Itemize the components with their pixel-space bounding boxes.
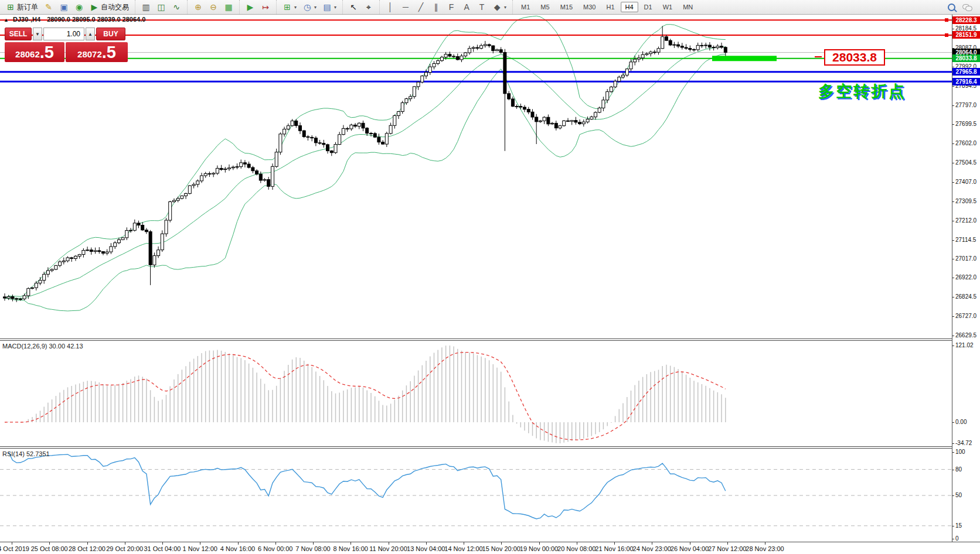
time-tick-mark <box>12 542 12 545</box>
price-level-box[interactable]: 28033.8 <box>824 49 885 66</box>
bar-chart-button[interactable]: ▥ <box>139 2 153 12</box>
volume-decrease-button[interactable]: ▼ <box>33 28 42 40</box>
chat-icon[interactable] <box>962 4 972 11</box>
time-tick-mark <box>464 542 464 545</box>
label-button[interactable]: T <box>475 2 489 12</box>
macd-indicator-label: MACD(12,26,9) 30.00 42.13 <box>2 343 83 350</box>
chart-window-button[interactable]: ▣ <box>57 2 71 12</box>
time-axis[interactable]: 24 Oct 201925 Oct 08:0028 Oct 12:0029 Oc… <box>0 542 980 554</box>
templates-button[interactable]: ▤▾ <box>320 2 339 12</box>
timeframe-m1[interactable]: M1 <box>516 2 535 12</box>
time-tick-mark <box>351 542 351 545</box>
time-tick-mark <box>501 542 502 545</box>
new-order-icon: ⊞ <box>6 3 15 11</box>
time-tick-label: 19 Nov 00:00 <box>520 545 558 552</box>
time-tick-mark <box>238 542 239 545</box>
time-tick-label: 24 Oct 2019 <box>0 545 29 552</box>
volume-increase-button[interactable]: ▲ <box>86 28 95 40</box>
price-tick-label: 27504.5 <box>955 159 976 166</box>
new-order-button[interactable]: ⊞新订单 <box>4 2 40 13</box>
turning-point-annotation[interactable]: 多空转折点 <box>818 81 906 102</box>
buy-button[interactable]: BUY <box>96 28 125 40</box>
price-level-chip: 28033.8 <box>952 54 980 62</box>
channel-button[interactable]: ∥ <box>429 2 443 12</box>
text-button[interactable]: A <box>460 2 474 12</box>
signal-icon: ◉ <box>74 3 84 11</box>
vline-icon: │ <box>386 3 395 11</box>
periods-icon: ◷ <box>302 3 312 11</box>
timeframe-h4[interactable]: H4 <box>621 2 638 12</box>
tile-windows-button[interactable]: ▦ <box>222 2 236 12</box>
buy-price-fraction: .5 <box>102 44 116 61</box>
vline-button[interactable]: │ <box>383 2 397 12</box>
auto-scroll-icon: ▶ <box>246 3 255 11</box>
highlighter-button[interactable]: ✎ <box>42 2 56 12</box>
price-level-chip: 28228.3 <box>952 16 980 24</box>
buy-price[interactable]: 28072 .5 <box>66 42 128 62</box>
toolbar-group: ▥◫∿ <box>135 0 187 14</box>
line-chart-icon: ∿ <box>172 3 181 11</box>
auto-scroll-button[interactable]: ▶ <box>243 2 257 12</box>
chevron-down-icon[interactable]: ▾ <box>314 5 317 10</box>
cursor-button[interactable]: ↖ <box>346 2 360 12</box>
periods-button[interactable]: ◷▾ <box>300 2 319 12</box>
bar-chart-icon: ▥ <box>141 3 151 11</box>
sell-button[interactable]: SELL <box>5 28 32 40</box>
chart-shift-button[interactable]: ↦ <box>258 2 273 12</box>
zoom-in-button[interactable]: ⊕ <box>191 2 205 12</box>
indicators-button[interactable]: ⊞▾ <box>280 2 299 12</box>
timeframe-h1[interactable]: H1 <box>601 2 619 12</box>
time-tick-mark <box>313 542 314 545</box>
search-icon[interactable] <box>948 4 955 11</box>
time-tick-label: 25 Oct 08:00 <box>31 545 68 552</box>
time-tick-mark <box>49 542 50 545</box>
time-tick-label: 28 Oct 12:00 <box>69 545 106 552</box>
time-tick-mark <box>200 542 200 545</box>
text-icon: A <box>462 3 471 11</box>
toolbar-group: ⊕⊖▦ <box>187 0 239 14</box>
zoom-out-button[interactable]: ⊖ <box>206 2 220 12</box>
time-tick-mark <box>162 542 163 545</box>
time-tick-label: 1 Nov 12:00 <box>183 545 217 552</box>
time-tick-mark <box>577 542 577 545</box>
time-tick-label: 21 Nov 16:00 <box>595 545 633 552</box>
timeframe-m30[interactable]: M30 <box>579 2 600 12</box>
line-chart-button[interactable]: ∿ <box>169 2 183 12</box>
zoom-out-icon: ⊖ <box>209 3 218 11</box>
time-tick-mark <box>539 542 540 545</box>
highlighter-icon: ✎ <box>44 3 53 11</box>
time-tick-mark <box>275 542 276 545</box>
chart-symbol-period: DJ30-,H4 <box>13 16 40 23</box>
crosshair-button[interactable]: ⌖ <box>362 2 376 12</box>
price-tick-label: 26922.0 <box>955 274 976 281</box>
candlestick-icon: ◫ <box>156 3 166 11</box>
sell-price[interactable]: 28062 .5 <box>5 42 64 62</box>
new-order-label: 新订单 <box>17 2 38 12</box>
price-box-tick <box>815 56 822 57</box>
time-tick-mark <box>614 542 615 545</box>
shapes-button[interactable]: ◆▾ <box>490 2 509 12</box>
timeframe-m5[interactable]: M5 <box>536 2 554 12</box>
timeframe-m15[interactable]: M15 <box>556 2 577 12</box>
chevron-down-icon[interactable]: ▾ <box>504 5 506 10</box>
hline-button[interactable]: ─ <box>399 2 413 12</box>
chevron-down-icon[interactable]: ▾ <box>294 5 297 10</box>
time-tick-mark <box>652 542 652 545</box>
trendline-icon: ╱ <box>416 3 426 11</box>
timeframe-mn[interactable]: MN <box>678 2 697 12</box>
chart-title: ▲ DJ30-,H4 28090.0 28095.0 28039.0 28064… <box>4 16 145 23</box>
chevron-down-icon[interactable]: ▾ <box>334 5 336 10</box>
price-level-chip: 27965.8 <box>952 68 980 76</box>
signal-button[interactable]: ◉ <box>72 2 86 12</box>
volume-input[interactable] <box>43 28 84 40</box>
autotrade-button[interactable]: ▶自动交易 <box>87 2 131 13</box>
trendline-button[interactable]: ╱ <box>414 2 428 12</box>
timeframe-group: M1M5M15M30H1H4D1W1MN <box>512 0 701 14</box>
time-tick-label: 6 Nov 00:00 <box>258 545 292 552</box>
timeframe-w1[interactable]: W1 <box>658 2 678 12</box>
hline-icon: ─ <box>401 3 410 11</box>
candlestick-button[interactable]: ◫ <box>154 2 168 12</box>
time-tick-label: 24 Nov 23:00 <box>633 545 671 552</box>
timeframe-d1[interactable]: D1 <box>639 2 657 12</box>
fibonacci-button[interactable]: F <box>444 2 458 12</box>
